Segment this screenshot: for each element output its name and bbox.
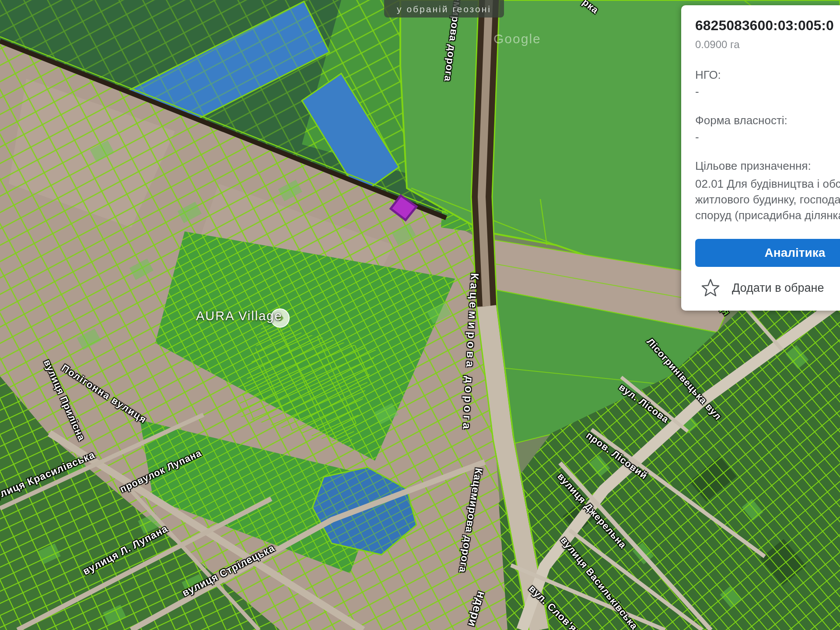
ngo-label: НГО: <box>695 68 840 81</box>
purpose-label: Цільове призначення: <box>695 159 840 172</box>
cadastral-number: 6825083600:03:005:0 <box>695 18 840 33</box>
star-icon <box>700 278 721 298</box>
purpose-line: житлового будинку, господарських будівел… <box>695 192 840 207</box>
analytics-button[interactable]: Аналітика <box>695 239 840 267</box>
place-icon <box>271 309 289 327</box>
purpose-value: 02.01 Для будівництва і обслуговування ж… <box>695 176 840 223</box>
parcel-info-panel: 6825083600:03:005:0 0.0900 га НГО: - Фор… <box>681 5 840 311</box>
add-to-favorites-label: Додати в обране <box>732 281 824 295</box>
parcel-area: 0.0900 га <box>695 38 840 51</box>
geozone-tooltip: у обраній геозоні <box>384 0 504 18</box>
ownership-value: - <box>695 130 840 144</box>
purpose-line: споруд (присадибна ділянка) <box>695 207 840 223</box>
ngo-value: - <box>695 85 840 98</box>
geozone-tooltip-text: у обраній геозоні <box>397 4 491 14</box>
ownership-label: Форма власності: <box>695 114 840 127</box>
add-to-favorites-button[interactable]: Додати в обране <box>695 276 824 300</box>
purpose-line: 02.01 Для будівництва і обслуговування <box>695 176 840 192</box>
